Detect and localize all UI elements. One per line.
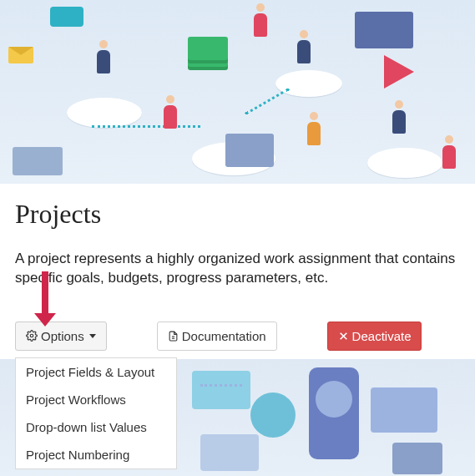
svg-point-0 <box>30 335 33 338</box>
toolbar: Options Documentation Deactiv <box>15 322 460 351</box>
annotation-arrow <box>42 271 48 315</box>
documentation-button[interactable]: Documentation <box>157 322 277 351</box>
close-icon <box>338 331 349 342</box>
documentation-button-label: Documentation <box>182 329 266 343</box>
options-menu-item-dropdown-values[interactable]: Drop-down list Values <box>16 413 176 441</box>
options-menu-item-workflows[interactable]: Project Workflows <box>16 386 176 413</box>
page-title: Projects <box>15 199 460 230</box>
caret-down-icon <box>89 334 96 338</box>
gear-icon <box>26 330 38 342</box>
options-button-label: Options <box>41 329 84 343</box>
hero-banner-top <box>0 0 475 184</box>
options-dropdown: Project Fields & Layout Project Workflow… <box>15 357 177 469</box>
options-button[interactable]: Options <box>15 322 107 351</box>
document-icon <box>168 330 179 342</box>
deactivate-button[interactable]: Deactivate <box>327 322 422 351</box>
main-content: Projects A project represents a highly o… <box>0 184 475 351</box>
options-menu-item-numbering[interactable]: Project Numbering <box>16 441 176 468</box>
options-menu-item-fields-layout[interactable]: Project Fields & Layout <box>16 358 176 386</box>
page-description: A project represents a highly organized … <box>15 250 460 288</box>
deactivate-button-label: Deactivate <box>352 329 412 343</box>
